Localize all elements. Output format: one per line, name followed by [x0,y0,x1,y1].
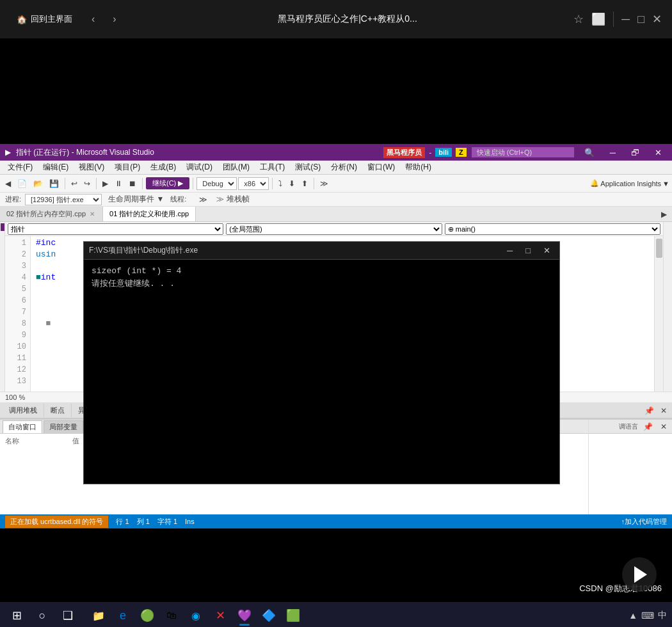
debug-tab-callstack[interactable]: 调用堆栈 [3,404,44,417]
ln-8: 8 [5,318,26,329]
tb-step-over[interactable]: ⤵ [276,178,285,189]
auto-pin[interactable]: 📌 [642,405,657,417]
minimize-window-button[interactable]: ─ [621,13,630,26]
menu-edit[interactable]: 编辑(E) [38,161,74,174]
app1-icon: 🛍 [166,610,177,621]
tb-new[interactable]: 📄 [15,178,29,189]
taskbar-edge[interactable]: e [111,604,134,627]
tb-sep4 [193,178,193,189]
member-select[interactable]: ⊕ main() [445,223,660,235]
vs-search-button[interactable]: 🔍 [579,147,600,159]
menu-test[interactable]: 测试(S) [290,161,326,174]
console-maximize[interactable]: □ [522,246,534,255]
search-button[interactable]: ○ [31,604,54,627]
console-body: sizeof (int *) = 4 请按任意键继续. . . [84,260,559,296]
menu-project[interactable]: 项目(P) [109,161,145,174]
tray-keyboard[interactable]: ⌨ [641,610,654,621]
processbar-more[interactable]: ≫ [196,194,210,205]
task-view-button[interactable]: ❑ [56,604,79,627]
tb-undo[interactable]: ↩ [68,178,80,189]
explorer-icon: 📁 [92,610,105,622]
home-button[interactable]: 🏠 回到主界面 [10,10,79,29]
process-select[interactable]: [12936] 指针.exe [25,194,102,205]
processbar-stack[interactable]: ≫ 堆栈帧 [214,193,252,206]
application-insights-btn[interactable]: 🔔 Application Insights ▼ [590,179,669,187]
menu-view[interactable]: 视图(V) [74,161,109,174]
start-button[interactable]: ⊞ [5,604,28,627]
taskbar-explorer[interactable]: 📁 [87,604,110,627]
right-close[interactable]: ✕ [658,421,669,433]
vs-restore-button[interactable]: 🗗 [626,147,644,159]
vs-close-button[interactable]: ✕ [650,147,667,159]
taskbar-app1[interactable]: 🛍 [160,604,183,627]
tb-platform[interactable]: x86 [238,177,269,190]
console-minimize[interactable]: ─ [503,246,516,255]
scope-select[interactable]: 指针 [8,223,223,235]
console-close[interactable]: ✕ [540,246,554,255]
video-title: 黑马程序员匠心之作|C++教程从0... [129,13,566,25]
add-code-btn[interactable]: ↑加入代码管理 [621,517,668,527]
tab-scroll-right[interactable]: ▶ [659,209,669,220]
vs-toolbar: ◀ 📄 📂 💾 ↩ ↪ ▶ ⏸ ⏹ 继续(C) ▶ Debug x86 ⤵ ⬇ … [0,175,672,193]
vs-scrollbar-right[interactable] [654,236,663,392]
ln-5: 5 [5,283,26,295]
debug-tab-breakpoints[interactable]: 断点 [44,404,72,417]
tb-save[interactable]: 💾 [47,178,61,189]
menu-build[interactable]: 生成(B) [145,161,181,174]
bottom-tab-local[interactable]: 局部变量 [44,420,83,433]
menu-window[interactable]: 窗口(W) [362,161,400,174]
taskbar-app3[interactable]: ✕ [209,604,232,627]
menu-help[interactable]: 帮助(H) [400,161,436,174]
tb-step-out[interactable]: ⬆ [299,178,310,189]
close-window-button[interactable]: ✕ [652,12,662,26]
tb-open[interactable]: 📂 [31,178,45,189]
code-editor[interactable]: 1 2 3 4 5 6 7 8 9 10 11 12 13 [5,236,663,392]
taskbar-app4[interactable]: 🔷 [257,604,280,627]
bottom-tab-auto[interactable]: 自动窗口 [3,420,42,433]
lifecycle-btn[interactable]: 生命周期事件 ▼ [106,193,166,206]
ln-1: 1 [5,237,26,249]
tray-lang[interactable]: 中 [658,610,667,621]
menu-team[interactable]: 团队(M) [218,161,255,174]
vs-search-input[interactable] [472,147,574,157]
debug-tabs-right: 📌 ✕ [642,405,669,417]
tb-continue[interactable]: 继续(C) ▶ [146,177,189,189]
tb-pause[interactable]: ⏸ [112,178,125,189]
tb-redo[interactable]: ↪ [81,178,93,189]
menu-debug[interactable]: 调试(D) [181,161,218,174]
menu-file[interactable]: 文件(F) [3,161,38,174]
tb-debug-mode[interactable]: Debug [196,177,237,190]
tb-stop[interactable]: ⏹ [126,178,139,189]
tab-file1[interactable]: 02 指针所占内存空间.cpp ✕ [0,207,103,221]
maximize-window-button[interactable]: □ [637,13,644,26]
ln-10: 10 [5,341,26,353]
vs-titlebar: ▶ 指针 (正在运行) - Microsoft Visual Studio 黑马… [0,144,672,161]
tab-file2[interactable]: 01 指针的定义和使用.cpp [103,207,196,221]
tb-back[interactable]: ◀ [3,178,13,189]
right-pin[interactable]: 📌 [641,421,655,433]
taskbar-app5[interactable]: 🟩 [282,604,305,627]
tray-arrow[interactable]: ▲ [628,610,637,621]
tb-run[interactable]: ▶ [100,178,111,189]
tab-file1-close[interactable]: ✕ [88,210,96,218]
pip-button[interactable]: ⬜ [591,12,605,26]
taskbar-vs-app[interactable]: 💜 [233,604,256,627]
vs-app-icon: 💜 [237,608,252,623]
home-label: 回到主界面 [31,13,72,25]
forward-button[interactable]: › [108,11,121,28]
pin-button[interactable]: ☆ [573,12,584,26]
ln-11: 11 [5,353,26,364]
play-overlay[interactable] [622,557,657,592]
menu-analyze[interactable]: 分析(N) [326,161,362,174]
back-button[interactable]: ‹ [86,11,100,28]
taskbar-chrome[interactable]: 🟢 [136,604,159,627]
tb-step-in[interactable]: ⬇ [286,178,298,189]
tb-more[interactable]: ≫ [317,178,331,189]
menu-tools[interactable]: 工具(T) [255,161,290,174]
vs-tabbar: 02 指针所占内存空间.cpp ✕ 01 指针的定义和使用.cpp ▶ [0,207,672,222]
function-select[interactable]: (全局范围) [226,223,442,235]
win-taskbar: ⊞ ○ ❑ 📁 e 🟢 🛍 ◉ ✕ 💜 🔷 🟩 [0,602,672,627]
vs-minimize-button[interactable]: ─ [605,147,621,159]
taskbar-app2[interactable]: ◉ [184,604,207,627]
auto-close[interactable]: ✕ [658,405,669,417]
